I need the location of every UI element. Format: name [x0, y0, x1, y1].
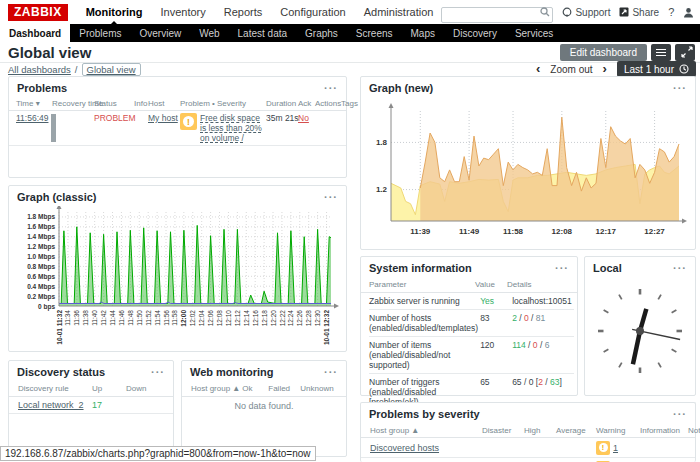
col-disaster: Disaster — [481, 423, 523, 437]
menu-administration[interactable]: Administration — [356, 2, 442, 22]
search-input[interactable] — [441, 7, 553, 23]
search-icon[interactable] — [540, 7, 550, 17]
panel-menu-icon[interactable] — [673, 264, 687, 272]
system-information-panel: System information Parameter Value Detai… — [360, 256, 578, 396]
col-up: Up — [91, 381, 125, 396]
tab-overview[interactable]: Overview — [130, 24, 190, 42]
svg-text:11:36: 11:36 — [73, 310, 80, 326]
severity-table-header: Host group ▲ Disaster High Average Warni… — [361, 423, 695, 438]
discovery-row: Local network_2 17 — [9, 397, 173, 414]
svg-text:0.8 Mbps: 0.8 Mbps — [27, 263, 55, 271]
panel-menu-icon[interactable] — [324, 84, 338, 92]
panel-menu-icon[interactable] — [151, 368, 165, 376]
help-icon[interactable] — [668, 6, 674, 18]
panel-title: System information — [369, 262, 472, 274]
col-not-classified: Not classified — [687, 423, 700, 437]
problem-name-link[interactable]: Free disk space is less than 20% on volu… — [200, 113, 264, 143]
zoom-out-button[interactable]: Zoom out — [550, 64, 592, 75]
share-icon — [619, 7, 629, 17]
time-back-icon[interactable] — [534, 63, 542, 75]
svg-text:11:54: 11:54 — [154, 310, 161, 326]
col-host-group[interactable]: Host group ▲ — [190, 381, 241, 396]
edit-dashboard-button[interactable]: Edit dashboard — [560, 44, 647, 61]
svg-text:12:08: 12:08 — [552, 227, 573, 236]
panel-title: Discovery status — [17, 366, 105, 378]
breadcrumb-current[interactable]: Global view — [82, 63, 141, 76]
breadcrumb-row: All dashboards / Global view Zoom out La… — [0, 62, 700, 76]
panel-menu-icon[interactable] — [324, 193, 338, 201]
time-forward-icon[interactable] — [601, 63, 609, 75]
tab-latest-data[interactable]: Latest data — [229, 24, 296, 42]
problem-host-link[interactable]: My host — [147, 111, 179, 125]
svg-text:11:38: 11:38 — [82, 310, 89, 326]
problem-timeline-bar — [51, 114, 56, 142]
col-host-group[interactable]: Host group ▲ — [369, 423, 481, 437]
problem-ack-link[interactable]: No — [297, 111, 314, 125]
sys-value: 83 — [480, 310, 512, 337]
breadcrumb-all-dashboards[interactable]: All dashboards — [8, 64, 71, 75]
svg-text:12:27: 12:27 — [644, 227, 665, 236]
menu-reports[interactable]: Reports — [216, 2, 271, 22]
graph-classic-chart[interactable]: 0 bps0.2 Mbps0.4 Mbps0.6 Mbps0.8 Mbps1.0… — [13, 206, 344, 346]
user-profile-icon[interactable] — [683, 7, 694, 18]
menu-inventory[interactable]: Inventory — [153, 2, 214, 22]
discovery-up-count[interactable]: 17 — [91, 397, 125, 413]
panel-menu-icon[interactable] — [324, 368, 338, 376]
panel-menu-icon[interactable] — [673, 84, 687, 92]
host-group-link[interactable]: Zabbix servers — [369, 458, 481, 462]
fullscreen-icon[interactable] — [675, 44, 695, 61]
discovery-status-panel: Discovery status Discovery rule Up Down … — [8, 360, 174, 457]
menu-configuration[interactable]: Configuration — [272, 2, 353, 22]
menu-monitoring[interactable]: Monitoring — [78, 2, 151, 22]
tab-graphs[interactable]: Graphs — [296, 24, 347, 42]
svg-text:11:56: 11:56 — [163, 310, 170, 326]
panel-menu-icon[interactable] — [555, 264, 569, 272]
panel-menu-icon[interactable] — [673, 410, 687, 418]
zabbix-logo[interactable]: ZABBIX — [8, 4, 68, 21]
problems-panel: Problems Time ▾ Recovery time Status Inf… — [8, 76, 347, 178]
discovery-rule-link[interactable]: Local network_2 — [17, 397, 91, 413]
clock-icon — [679, 64, 689, 74]
col-unknown: Unknown — [299, 381, 345, 396]
top-bar: ZABBIX Monitoring Inventory Reports Conf… — [0, 0, 700, 24]
share-link[interactable]: Share — [619, 7, 659, 18]
svg-text:12:08: 12:08 — [216, 310, 223, 327]
col-high: High — [523, 423, 555, 437]
tab-maps[interactable]: Maps — [402, 24, 444, 42]
svg-text:11:46: 11:46 — [118, 310, 125, 326]
svg-text:1.8 Mbps: 1.8 Mbps — [27, 213, 55, 221]
graph-new-chart[interactable]: 1.21.811:3911:4911:5812:0812:1712:27 — [365, 97, 693, 247]
tab-services[interactable]: Services — [506, 24, 562, 42]
svg-text:12:17: 12:17 — [596, 227, 617, 236]
problem-tags — [340, 111, 354, 115]
dashboard-menu-icon[interactable] — [651, 44, 671, 61]
support-link[interactable]: Support — [562, 7, 610, 18]
tab-screens[interactable]: Screens — [347, 24, 402, 42]
sys-param: Zabbix server is running — [369, 293, 480, 310]
svg-text:1.6 Mbps: 1.6 Mbps — [27, 223, 55, 231]
svg-text:11:50: 11:50 — [136, 310, 143, 326]
svg-text:11:52: 11:52 — [145, 310, 152, 326]
host-group-link[interactable]: Discovered hosts — [369, 438, 481, 457]
svg-text:1.4 Mbps: 1.4 Mbps — [27, 233, 55, 241]
col-average: Average — [555, 423, 595, 437]
tab-discovery[interactable]: Discovery — [444, 24, 506, 42]
tab-problems[interactable]: Problems — [70, 24, 130, 42]
sys-details: 114 / 0 / 6 — [512, 337, 574, 374]
svg-text:11:42: 11:42 — [100, 310, 107, 326]
svg-text:12:12: 12:12 — [234, 310, 241, 327]
tab-dashboard[interactable]: Dashboard — [0, 24, 70, 42]
panel-title: Graph (classic) — [17, 191, 96, 203]
col-time[interactable]: Time ▾ — [15, 97, 51, 110]
svg-text:11:48: 11:48 — [127, 310, 134, 326]
problems-by-severity-panel: Problems by severity Host group ▲ Disast… — [360, 402, 696, 462]
svg-text:12:28: 12:28 — [305, 310, 312, 327]
monitoring-subnav: Dashboard Problems Overview Web Latest d… — [0, 24, 700, 42]
time-range-button[interactable]: Last 1 hour — [617, 61, 696, 77]
tab-web[interactable]: Web — [190, 24, 228, 42]
main-menu: Monitoring Inventory Reports Configurati… — [78, 2, 442, 22]
problem-time-link[interactable]: 11:56:49 — [15, 111, 51, 125]
warning-count-link[interactable]: 1 — [613, 443, 618, 453]
discovery-table-header: Discovery rule Up Down — [9, 381, 173, 397]
analog-clock — [590, 281, 690, 381]
